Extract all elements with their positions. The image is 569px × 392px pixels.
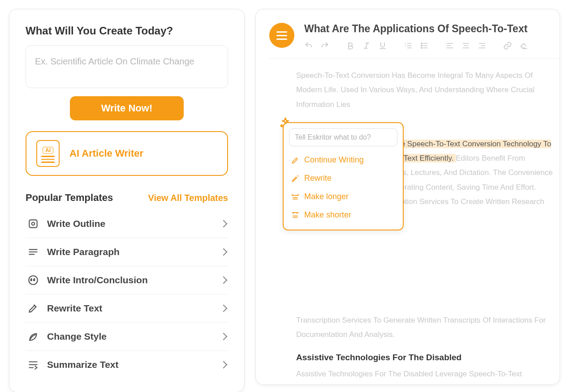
template-rewrite-text[interactable]: Rewrite Text [26,294,228,323]
template-label: Change Style [47,331,213,342]
ai-action-label: Rewrite [304,174,332,183]
doc-header: What Are The Applications Of Speech-To-T… [269,23,560,50]
ai-action-label: Make shorter [304,210,351,220]
ai-action-make-longer[interactable]: Make longer [289,187,397,206]
svg-point-19 [421,45,422,47]
section2-paragraph1: Assistive Technologies For The Disabled … [296,367,560,385]
section-title-assistive: Assistive Technologies For The Disabled [296,353,560,362]
link-icon[interactable] [503,41,512,50]
prompt-input[interactable] [26,45,228,88]
svg-rect-0 [29,220,37,227]
ai-article-icon: AI [36,140,60,167]
template-summarize-text[interactable]: Summarize Text [26,351,228,379]
leaf-icon [27,331,39,342]
template-label: Write Intro/Conclusion [47,275,213,285]
section1-paragraph2: Transcription Services To Generate Writt… [296,313,560,342]
ordered-list-icon[interactable]: 12 [404,41,413,50]
bullet-list-icon[interactable] [420,41,429,50]
undo-icon[interactable] [304,41,313,50]
redo-icon[interactable] [320,41,329,50]
italic-icon[interactable] [362,41,371,50]
create-panel: What Will You Create Today? Write Now! A… [9,9,245,392]
template-list: Write Outline Write Paragraph Write Intr… [26,210,228,379]
quote-icon [27,274,39,286]
template-label: Rewrite Text [47,303,213,314]
ai-article-title: AI Article Writer [69,148,143,159]
divider [269,58,560,59]
ai-action-rewrite[interactable]: Rewrite [289,169,397,187]
ai-command-input[interactable] [289,128,397,146]
chevron-right-icon [220,361,228,369]
ai-badge: AI [43,147,53,154]
svg-line-11 [366,43,367,48]
chevron-right-icon [220,277,228,284]
template-label: Write Paragraph [47,247,213,257]
view-all-templates-link[interactable]: View All Templates [148,193,228,203]
summarize-icon [27,359,39,371]
editor-toolbar: 12 [304,41,551,50]
ai-action-label: Make longer [304,192,349,201]
paragraph-icon [27,246,39,258]
rewrite-icon [27,303,39,314]
accessibility-link[interactable]: Accessibility [350,384,393,385]
align-right-icon[interactable] [478,41,487,50]
ai-assistant-popup: Continue Writing Rewrite Make longer Mak… [283,122,404,230]
outline-icon [27,218,39,230]
menu-button[interactable] [269,23,294,48]
ai-action-continue-writing[interactable]: Continue Writing [289,151,397,169]
document-title: What Are The Applications Of Speech-To-T… [304,23,551,35]
template-write-intro[interactable]: Write Intro/Conclusion [26,266,228,294]
template-write-outline[interactable]: Write Outline [26,210,228,238]
svg-point-1 [32,222,35,226]
ai-action-label: Continue Writing [304,155,364,165]
svg-text:2: 2 [405,44,406,47]
align-left-icon[interactable] [445,41,454,50]
ai-article-writer-card[interactable]: AI AI Article Writer [26,131,228,176]
intro-paragraph: Speech-To-Text Conversion Has Become Int… [296,68,560,112]
eraser-icon[interactable] [519,41,528,50]
templates-title: Popular Templates [26,192,113,204]
template-write-paragraph[interactable]: Write Paragraph [26,238,228,266]
underline-icon[interactable] [378,41,387,50]
chevron-right-icon [220,220,228,228]
create-heading: What Will You Create Today? [26,25,228,37]
chevron-right-icon [220,305,228,312]
chevron-right-icon [220,248,228,256]
svg-point-18 [421,43,422,44]
align-center-icon[interactable] [461,41,470,50]
templates-header: Popular Templates View All Templates [26,192,228,204]
document-body[interactable]: Speech-To-Text Conversion Has Become Int… [269,68,560,385]
template-change-style[interactable]: Change Style [26,323,228,351]
write-now-button[interactable]: Write Now! [70,96,184,120]
chevron-right-icon [220,333,228,341]
svg-point-20 [421,47,422,49]
ai-action-make-shorter[interactable]: Make shorter [289,206,397,224]
bold-icon[interactable] [346,41,355,50]
template-label: Write Outline [47,218,213,229]
editor-panel: What Are The Applications Of Speech-To-T… [255,9,560,385]
template-label: Summarize Text [47,359,213,370]
